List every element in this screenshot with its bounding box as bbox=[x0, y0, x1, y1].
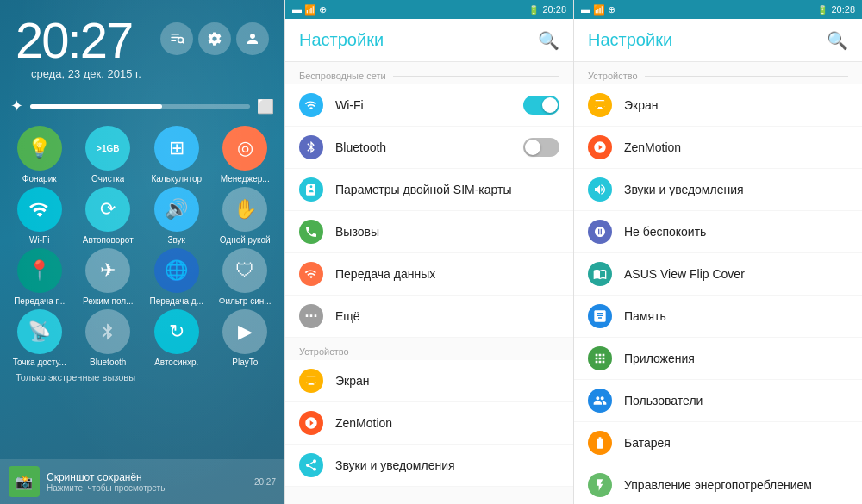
app-playto[interactable]: ▶ PlayTo bbox=[213, 309, 278, 367]
more-settings-icon: ··· bbox=[299, 304, 323, 328]
bluetooth-toggle[interactable] bbox=[523, 138, 559, 157]
status-sync-icon: ⊕ bbox=[319, 4, 327, 16]
settings-sound[interactable]: Звуки и уведомления bbox=[285, 445, 573, 487]
app-manager-label: Менеджер... bbox=[221, 174, 270, 184]
app-cleaner-label: Очистка bbox=[91, 174, 124, 184]
app-wifi[interactable]: Wi-Fi bbox=[7, 187, 72, 245]
app-playto-label: PlayTo bbox=[232, 358, 258, 367]
right-apps-label: Приложения bbox=[624, 352, 848, 365]
right-cover-label: ASUS View Flip Cover bbox=[624, 267, 848, 281]
status-signal-icon: 📶 bbox=[304, 4, 316, 16]
wifi-toggle-icon bbox=[17, 187, 62, 232]
right-settings-cover[interactable]: ASUS View Flip Cover bbox=[574, 253, 862, 296]
right-power-label: Управление энергопотреблением bbox=[624, 478, 848, 492]
profile-button[interactable] bbox=[236, 22, 269, 55]
right-settings-list: Устройство Экран ZenMotion Звуки и уведо… bbox=[574, 62, 862, 504]
right-status-bar-left: ▬ 📶 ⊕ bbox=[581, 4, 615, 16]
calls-settings-icon bbox=[299, 220, 323, 244]
settings-bluetooth[interactable]: Bluetooth bbox=[285, 127, 573, 169]
right-settings-title: Настройки bbox=[588, 30, 672, 50]
bluetooth-toggle-thumb bbox=[525, 140, 540, 155]
right-battery-label: Батарея bbox=[624, 436, 848, 450]
right-settings-header: Настройки 🔍 bbox=[574, 19, 862, 62]
right-settings-sound[interactable]: Звуки и уведомления bbox=[574, 169, 862, 211]
date-display: среда, 23 дек. 2015 г. bbox=[16, 65, 157, 89]
right-cover-icon bbox=[588, 262, 612, 286]
app-hotspot[interactable]: 📡 Точка досту... bbox=[7, 309, 72, 367]
emergency-text: Только экстренные вызовы bbox=[0, 370, 284, 384]
right-search-button[interactable]: 🔍 bbox=[827, 30, 848, 51]
right-settings-zenmotion[interactable]: ZenMotion bbox=[574, 127, 862, 169]
settings-wifi[interactable]: Wi-Fi bbox=[285, 84, 573, 127]
notification-subtitle: Нажмите, чтобы просмотреть bbox=[47, 483, 247, 493]
settings-zenmotion[interactable]: ZenMotion bbox=[285, 402, 573, 445]
app-mobile-data[interactable]: 🌐 Передача д... bbox=[144, 248, 209, 306]
app-location[interactable]: 📍 Передача г... bbox=[7, 248, 72, 306]
app-location-label: Передача г... bbox=[14, 296, 65, 306]
settings-screen[interactable]: Экран bbox=[285, 360, 573, 402]
right-battery-settings-icon bbox=[588, 431, 612, 455]
sound-settings-label: Звуки и уведомления bbox=[335, 458, 559, 472]
right-settings-dnd[interactable]: Не беспокоить bbox=[574, 211, 862, 253]
middle-search-button[interactable]: 🔍 bbox=[538, 30, 559, 51]
bluetooth-settings-icon bbox=[299, 135, 323, 159]
svg-rect-0 bbox=[171, 34, 179, 35]
notification-bar[interactable]: 📸 Скриншот сохранён Нажмите, чтобы просм… bbox=[0, 459, 284, 504]
wifi-settings-icon bbox=[299, 93, 323, 117]
bluetooth-icon bbox=[85, 309, 130, 354]
task-manager-button[interactable] bbox=[160, 22, 193, 55]
right-status-signal: 📶 bbox=[593, 4, 605, 16]
right-settings-memory[interactable]: Память bbox=[574, 296, 862, 338]
settings-data[interactable]: Передача данных bbox=[285, 253, 573, 296]
right-users-icon bbox=[588, 389, 612, 413]
app-cleaner[interactable]: >1GB Очистка bbox=[76, 126, 141, 184]
settings-button[interactable] bbox=[198, 22, 231, 55]
app-airplane[interactable]: ✈ Режим пол... bbox=[76, 248, 141, 306]
section-device-header-middle: Устройство bbox=[285, 338, 573, 360]
sound-settings-icon bbox=[299, 453, 323, 477]
app-manager[interactable]: ◎ Менеджер... bbox=[213, 126, 278, 184]
mobile-data-icon: 🌐 bbox=[154, 248, 199, 293]
right-settings-battery[interactable]: Батарея bbox=[574, 422, 862, 464]
status-battery-icon: 🔋 bbox=[528, 5, 539, 15]
app-autorotate-label: Автоповорот bbox=[83, 235, 134, 245]
right-screen-icon bbox=[588, 93, 612, 117]
app-bluetooth[interactable]: Bluetooth bbox=[76, 309, 141, 367]
screen-settings-icon bbox=[299, 369, 323, 393]
clock-time: 20:27 bbox=[16, 16, 157, 65]
app-sound-label: Звук bbox=[167, 235, 185, 245]
right-settings-screen[interactable]: Экран bbox=[574, 84, 862, 127]
right-settings-apps[interactable]: Приложения bbox=[574, 338, 862, 380]
right-settings-power[interactable]: Управление энергопотреблением bbox=[574, 464, 862, 504]
right-status-time: 20:28 bbox=[831, 4, 855, 15]
app-sound[interactable]: 🔊 Звук bbox=[144, 187, 209, 245]
wifi-toggle[interactable] bbox=[523, 96, 559, 115]
brightness-slider[interactable] bbox=[30, 104, 250, 109]
app-autosync[interactable]: ↻ Автосинхр. bbox=[144, 309, 209, 367]
hotspot-icon: 📡 bbox=[17, 309, 62, 354]
svg-rect-1 bbox=[171, 37, 179, 39]
app-onehand[interactable]: ✋ Одной рукой bbox=[213, 187, 278, 245]
flashlight-icon: 💡 bbox=[17, 126, 62, 171]
svg-line-4 bbox=[183, 42, 184, 44]
app-mobile-data-label: Передача д... bbox=[149, 296, 203, 306]
app-hotspot-label: Точка досту... bbox=[13, 358, 66, 367]
wifi-toggle-thumb bbox=[542, 97, 558, 113]
calculator-icon: ⊞ bbox=[154, 126, 199, 171]
right-sound-icon bbox=[588, 177, 612, 202]
settings-sim[interactable]: Параметры двойной SIM-карты bbox=[285, 169, 573, 211]
settings-calls[interactable]: Вызовы bbox=[285, 211, 573, 253]
app-flashlight-label: Фонарик bbox=[22, 174, 57, 184]
zenmotion-settings-icon bbox=[299, 411, 323, 435]
middle-status-bar: ▬ 📶 ⊕ 🔋 20:28 bbox=[285, 0, 573, 19]
app-flashlight[interactable]: 💡 Фонарик bbox=[7, 126, 72, 184]
app-autorotate[interactable]: ⟳ Автоповорот bbox=[76, 187, 141, 245]
right-memory-label: Память bbox=[624, 309, 848, 323]
playto-icon: ▶ bbox=[222, 309, 267, 354]
settings-more[interactable]: ··· Ещё bbox=[285, 296, 573, 338]
app-bluelight-filter[interactable]: 🛡 Фильтр син... bbox=[213, 248, 278, 306]
status-sim-icon: ▬ bbox=[292, 4, 302, 15]
svg-rect-2 bbox=[171, 40, 176, 42]
right-settings-users[interactable]: Пользователи bbox=[574, 380, 862, 422]
app-calculator[interactable]: ⊞ Калькулятор bbox=[144, 126, 209, 184]
